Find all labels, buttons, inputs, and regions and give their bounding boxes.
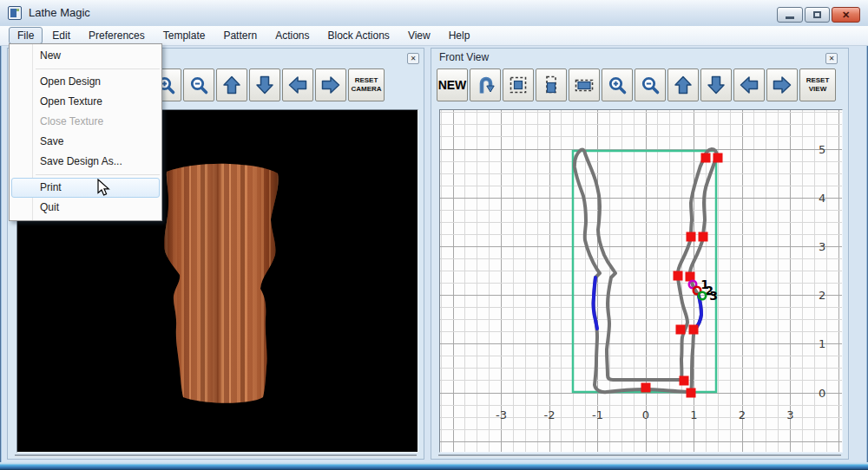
- zoom-in-button[interactable]: [602, 69, 633, 101]
- app-icon: [8, 6, 22, 20]
- arrow-down-icon: [254, 75, 275, 95]
- pan-up-button[interactable]: [216, 69, 247, 101]
- maximize-icon: [813, 11, 821, 18]
- pan-up-button[interactable]: [667, 69, 699, 101]
- y-axis-label: 5: [819, 143, 825, 156]
- resize-block-button[interactable]: [503, 69, 534, 101]
- y-axis-label: 4: [819, 192, 825, 205]
- close-button[interactable]: ✕: [832, 7, 860, 23]
- y-axis-label: 2: [819, 289, 825, 302]
- zoom-out-icon: [640, 75, 661, 95]
- minimize-button[interactable]: [777, 7, 803, 23]
- maximize-button[interactable]: [805, 7, 830, 23]
- new-button[interactable]: NEW: [437, 69, 468, 101]
- front-view-panel: Front View ✕ NEW RESETVIEW -3-2-10123012…: [431, 48, 849, 460]
- menubar-item-template[interactable]: Template: [155, 27, 214, 44]
- menu-item-close-texture: Close Texture: [11, 112, 160, 132]
- control-point[interactable]: [687, 232, 696, 242]
- minimize-icon: [786, 16, 794, 19]
- pan-left-button[interactable]: [282, 69, 313, 101]
- panel-close-button[interactable]: ✕: [825, 53, 838, 64]
- reset-view-button[interactable]: RESETVIEW: [799, 69, 836, 101]
- menubar-item-block-actions[interactable]: Block Actions: [319, 27, 398, 44]
- select-horizontal-icon: [574, 75, 595, 95]
- panel-grip: [438, 454, 841, 457]
- menubar-item-pattern[interactable]: Pattern: [214, 27, 266, 44]
- zoom-out-icon: [188, 75, 209, 95]
- front-view-toolbar: NEW RESETVIEW: [437, 69, 838, 101]
- pan-down-button[interactable]: [700, 69, 732, 101]
- control-point[interactable]: [674, 271, 683, 281]
- title-bar[interactable]: Lathe Magic ✕: [0, 0, 868, 27]
- arrow-left-icon: [739, 75, 760, 95]
- x-axis-label: -1: [592, 408, 603, 421]
- reset-camera-button[interactable]: RESETCAMERA: [348, 69, 385, 101]
- select-vertical-icon: [541, 75, 562, 95]
- pan-down-button[interactable]: [249, 69, 280, 101]
- control-point[interactable]: [701, 153, 711, 163]
- new-label: NEW: [438, 78, 467, 92]
- menu-item-new[interactable]: New: [11, 46, 160, 66]
- close-icon: ✕: [842, 10, 850, 20]
- control-point[interactable]: [676, 325, 686, 335]
- menu-item-open-design[interactable]: Open Design: [11, 72, 160, 92]
- control-point[interactable]: [689, 325, 699, 335]
- control-point[interactable]: [680, 376, 689, 386]
- menu-item-open-texture[interactable]: Open Texture: [11, 92, 160, 112]
- selected-segment[interactable]: [694, 296, 701, 330]
- x-axis-label: 2: [739, 408, 746, 421]
- window-bottom-border: [0, 462, 868, 470]
- front-view-canvas[interactable]: -3-2-10123012345123: [439, 109, 843, 453]
- panel-title: Front View: [439, 51, 489, 63]
- arrow-right-icon: [320, 75, 341, 95]
- x-axis-label: -2: [544, 408, 556, 421]
- app-window: Lathe Magic ✕ FileEditPreferencesTemplat…: [0, 0, 868, 470]
- zoom-out-button[interactable]: [183, 69, 214, 101]
- menubar-item-file[interactable]: File: [9, 27, 43, 44]
- menu-item-save-design-as[interactable]: Save Design As...: [11, 152, 160, 172]
- zoom-in-icon: [607, 75, 628, 95]
- grid-lines: [440, 110, 842, 452]
- resize-height-button[interactable]: [536, 69, 567, 101]
- panel-grip: [15, 454, 417, 457]
- y-axis-label: 3: [819, 240, 825, 253]
- x-axis-label: 0: [642, 408, 649, 421]
- menubar-item-edit[interactable]: Edit: [43, 27, 79, 44]
- reset-camera-label: RESETCAMERA: [351, 76, 381, 94]
- control-point[interactable]: [687, 388, 696, 398]
- menu-item-quit[interactable]: Quit: [11, 198, 160, 218]
- menubar-item-view[interactable]: View: [399, 27, 439, 44]
- arrow-left-icon: [287, 75, 308, 95]
- marker-label: 3: [709, 289, 718, 303]
- pan-right-button[interactable]: [766, 69, 798, 101]
- y-axis-label: 1: [819, 337, 825, 350]
- resize-width-button[interactable]: [569, 69, 600, 101]
- x-axis-label: -3: [496, 408, 507, 421]
- panel-close-button[interactable]: ✕: [407, 53, 419, 64]
- u-turn-icon: [475, 75, 496, 95]
- 3d-view-toolbar: RESETCAMERA: [150, 69, 386, 101]
- window-controls: ✕: [777, 7, 860, 23]
- menu-item-print[interactable]: Print: [11, 178, 160, 198]
- front-view-panel-titlebar[interactable]: Front View ✕: [431, 49, 848, 67]
- x-axis-label: 1: [690, 408, 697, 421]
- control-point[interactable]: [699, 232, 708, 242]
- mouse-cursor: [97, 179, 115, 198]
- profile-drawing: -3-2-10123012345123: [440, 110, 842, 452]
- select-square-icon: [508, 75, 529, 95]
- arrow-down-icon: [706, 75, 727, 95]
- menubar-item-help[interactable]: Help: [440, 27, 479, 44]
- menubar-item-actions[interactable]: Actions: [266, 27, 318, 44]
- control-point[interactable]: [713, 153, 723, 163]
- flip-profile-button[interactable]: [470, 69, 501, 101]
- control-point[interactable]: [641, 383, 651, 393]
- menu-item-save[interactable]: Save: [11, 132, 160, 152]
- arrow-up-icon: [673, 75, 694, 95]
- reset-view-label: RESETVIEW: [806, 76, 830, 94]
- menubar-item-preferences[interactable]: Preferences: [80, 27, 154, 44]
- selected-segment[interactable]: [594, 277, 597, 329]
- arrow-right-icon: [772, 75, 792, 95]
- pan-right-button[interactable]: [315, 69, 346, 101]
- zoom-out-button[interactable]: [635, 69, 666, 101]
- pan-left-button[interactable]: [733, 69, 765, 101]
